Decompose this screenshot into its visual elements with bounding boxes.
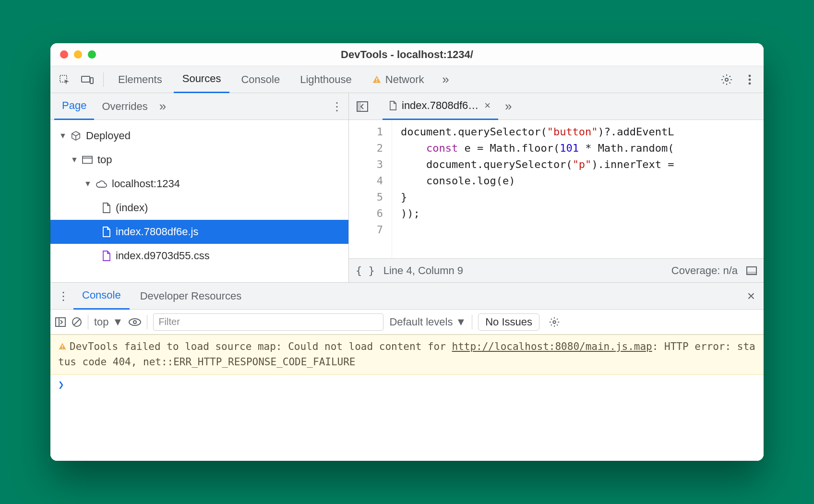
navigator-tabstrip: Page Overrides » ⋮ bbox=[50, 93, 348, 120]
tree-node-top[interactable]: ▼ top bbox=[50, 148, 348, 172]
chevron-down-icon: ▼ bbox=[59, 132, 66, 140]
tree-label: Deployed bbox=[86, 130, 131, 142]
zoom-window-button[interactable] bbox=[88, 50, 96, 59]
tree-label: (index) bbox=[116, 202, 148, 214]
tab-network-label: Network bbox=[385, 73, 424, 86]
svg-point-20 bbox=[133, 321, 136, 324]
tree-file-index[interactable]: (index) bbox=[50, 196, 348, 220]
console-warning-row[interactable]: DevTools failed to load source map: Coul… bbox=[50, 335, 764, 375]
tab-lighthouse[interactable]: Lighthouse bbox=[291, 66, 360, 93]
separator bbox=[88, 315, 88, 329]
log-levels-selector[interactable]: Default levels ▼ bbox=[389, 316, 466, 328]
tree-file-css[interactable]: index.d9703d55.css bbox=[50, 244, 348, 268]
tab-sources[interactable]: Sources bbox=[174, 66, 230, 93]
code-editor[interactable]: 1234567 document.querySelector("button")… bbox=[349, 120, 764, 258]
console-sidebar-toggle-icon[interactable] bbox=[55, 317, 66, 327]
separator bbox=[103, 72, 104, 87]
tree-label: index.7808df6e.js bbox=[116, 226, 198, 238]
editor-panel: index.7808df6… × » 1234567 document.quer… bbox=[349, 93, 764, 282]
svg-point-21 bbox=[553, 321, 556, 324]
toggle-navigator-icon[interactable] bbox=[353, 97, 372, 116]
tab-console[interactable]: Console bbox=[232, 66, 288, 93]
editor-tab[interactable]: index.7808df6… × bbox=[383, 93, 498, 120]
console-output: DevTools failed to load source map: Coul… bbox=[50, 335, 764, 461]
chevron-down-icon: ▼ bbox=[113, 316, 123, 328]
svg-rect-14 bbox=[747, 272, 756, 275]
drawer-tabstrip: ⋮ Console Developer Resources × bbox=[50, 283, 764, 310]
cursor-position: Line 4, Column 9 bbox=[383, 264, 463, 277]
tree-node-deployed[interactable]: ▼ Deployed bbox=[50, 124, 348, 148]
separator bbox=[147, 315, 147, 329]
chevron-down-icon: ▼ bbox=[84, 180, 91, 188]
show-drawer-icon[interactable] bbox=[746, 266, 757, 275]
log-levels-label: Default levels bbox=[389, 316, 453, 328]
editor-more-tabs-icon[interactable]: » bbox=[505, 99, 512, 114]
minimize-window-button[interactable] bbox=[74, 50, 82, 59]
tree-label: localhost:1234 bbox=[112, 178, 180, 190]
svg-rect-15 bbox=[56, 318, 65, 326]
tree-label: top bbox=[97, 154, 112, 166]
live-expression-icon[interactable] bbox=[129, 318, 141, 326]
close-tab-icon[interactable]: × bbox=[483, 99, 491, 112]
svg-line-18 bbox=[74, 319, 80, 325]
svg-point-5 bbox=[725, 78, 728, 81]
close-window-button[interactable] bbox=[60, 50, 68, 59]
svg-point-19 bbox=[129, 319, 141, 325]
document-icon bbox=[102, 251, 111, 261]
navigator-panel: Page Overrides » ⋮ ▼ Deployed ▼ top bbox=[50, 93, 349, 282]
drawer-tab-console[interactable]: Console bbox=[73, 283, 130, 310]
context-label: top bbox=[94, 316, 109, 328]
kebab-menu-icon[interactable] bbox=[740, 70, 760, 90]
svg-rect-2 bbox=[90, 78, 93, 84]
tab-network[interactable]: Network bbox=[363, 66, 433, 93]
more-tabs-icon[interactable]: » bbox=[436, 70, 456, 90]
console-prompt[interactable]: ❯ bbox=[50, 375, 764, 394]
navigator-more-tabs-icon[interactable]: » bbox=[159, 99, 166, 114]
pretty-print-icon[interactable]: { } bbox=[356, 264, 375, 276]
editor-tab-label: index.7808df6… bbox=[402, 99, 479, 112]
navigator-tab-overrides[interactable]: Overrides bbox=[94, 93, 155, 120]
warning-icon bbox=[58, 342, 67, 351]
drawer-close-icon[interactable]: × bbox=[743, 288, 759, 304]
separator bbox=[472, 315, 472, 329]
file-tree: ▼ Deployed ▼ top ▼ localhost:1234 (index… bbox=[50, 120, 348, 282]
line-gutter: 1234567 bbox=[349, 120, 392, 258]
document-icon bbox=[389, 101, 397, 110]
source-map-link[interactable]: http://localhost:8080/main.js.map bbox=[452, 341, 652, 352]
devtools-window: DevTools - localhost:1234/ Elements Sour… bbox=[50, 43, 764, 461]
tree-node-origin[interactable]: ▼ localhost:1234 bbox=[50, 172, 348, 196]
drawer: ⋮ Console Developer Resources × top ▼ bbox=[50, 283, 764, 461]
editor-tabstrip: index.7808df6… × » bbox=[349, 93, 764, 120]
tree-label: index.d9703d55.css bbox=[116, 250, 210, 262]
svg-point-8 bbox=[749, 82, 751, 84]
drawer-menu-icon[interactable]: ⋮ bbox=[55, 289, 72, 303]
inspect-icon[interactable] bbox=[54, 70, 74, 90]
document-icon bbox=[102, 203, 111, 213]
svg-rect-22 bbox=[62, 345, 63, 348]
issues-button[interactable]: No Issues bbox=[478, 313, 539, 331]
settings-icon[interactable] bbox=[717, 70, 737, 90]
drawer-tab-devresources[interactable]: Developer Resources bbox=[132, 283, 251, 310]
titlebar: DevTools - localhost:1234/ bbox=[50, 43, 764, 66]
console-settings-icon[interactable] bbox=[549, 317, 560, 327]
console-filter-input[interactable] bbox=[153, 313, 383, 331]
code-content[interactable]: document.querySelector("button")?.addEve… bbox=[392, 120, 674, 258]
sources-split: Page Overrides » ⋮ ▼ Deployed ▼ top bbox=[50, 93, 764, 283]
svg-rect-23 bbox=[62, 348, 63, 349]
context-selector[interactable]: top ▼ bbox=[94, 316, 123, 328]
svg-point-7 bbox=[749, 78, 751, 81]
cloud-icon bbox=[96, 180, 107, 188]
tree-file-js[interactable]: index.7808df6e.js bbox=[50, 220, 348, 244]
chevron-down-icon: ▼ bbox=[71, 156, 77, 164]
coverage-status: Coverage: n/a bbox=[671, 264, 738, 277]
package-icon bbox=[71, 131, 81, 141]
clear-console-icon[interactable] bbox=[72, 317, 82, 327]
device-toolbar-icon[interactable] bbox=[77, 70, 97, 90]
navigator-menu-icon[interactable]: ⋮ bbox=[329, 100, 345, 113]
main-tabstrip: Elements Sources Console Lighthouse Netw… bbox=[50, 66, 764, 93]
tab-elements[interactable]: Elements bbox=[109, 66, 171, 93]
warning-text-prefix: DevTools failed to load source map: Coul… bbox=[70, 341, 452, 352]
svg-rect-3 bbox=[376, 78, 377, 80]
chevron-down-icon: ▼ bbox=[455, 316, 466, 328]
navigator-tab-page[interactable]: Page bbox=[54, 93, 94, 120]
